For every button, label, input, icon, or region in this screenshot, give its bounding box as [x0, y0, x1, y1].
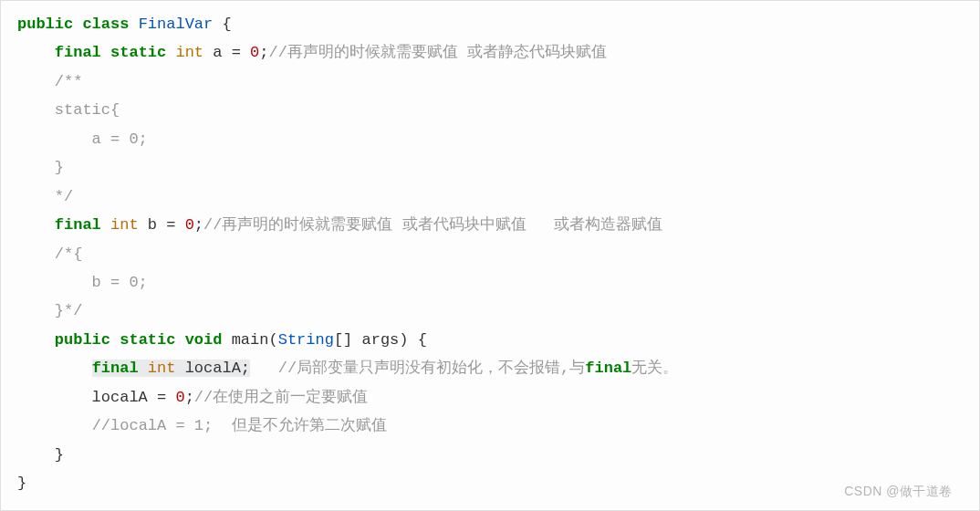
method-main: main( — [222, 331, 277, 349]
comment-text: //局部变量只声明没有初始化，不会报错,与 — [278, 360, 586, 377]
line-7: */ — [17, 188, 73, 205]
line-2: final static int a = 0;//再声明的时候就需要赋值 或者静… — [17, 44, 607, 61]
type-int: int — [148, 360, 176, 377]
keyword-public: public — [55, 331, 110, 349]
semicolon: ; — [194, 216, 203, 234]
indent — [17, 417, 92, 434]
number-literal: 0 — [185, 216, 194, 234]
line-4: static{ — [17, 101, 120, 119]
keyword-static: static — [120, 331, 175, 349]
indent — [17, 44, 55, 61]
comment: //再声明的时候就需要赋值 或者静态代码块赋值 — [268, 44, 607, 61]
var-a: a = — [203, 44, 250, 61]
line-11: }*/ — [17, 302, 82, 319]
line-16: } — [17, 446, 64, 464]
line-10: b = 0; — [17, 274, 148, 291]
comment: //再声明的时候就需要赋值 或者代码块中赋值 或者构造器赋值 — [203, 216, 662, 234]
line-6: } — [17, 159, 64, 176]
indent — [17, 360, 92, 377]
var-b: b = — [139, 216, 185, 234]
type-int: int — [175, 44, 203, 61]
number-literal: 0 — [250, 44, 259, 61]
comment: //在使用之前一定要赋值 — [194, 389, 368, 406]
keyword-class: class — [82, 16, 129, 33]
indent — [17, 331, 55, 349]
keyword-final: final — [92, 360, 139, 377]
line-1: public class FinalVar { — [17, 16, 232, 33]
code-block: public class FinalVar { final static int… — [0, 0, 980, 511]
line-15: //localA = 1; 但是不允许第二次赋值 — [17, 417, 387, 434]
number-literal: 0 — [175, 389, 184, 406]
line-3: /** — [17, 73, 82, 90]
comment-keyword: final — [585, 360, 631, 377]
keyword-final: final — [55, 216, 101, 234]
indent — [17, 216, 55, 234]
line-9: /*{ — [17, 245, 82, 263]
type-int: int — [110, 216, 139, 234]
class-string: String — [278, 331, 334, 349]
keyword-public: public — [17, 16, 73, 33]
params: [] args) { — [334, 331, 427, 349]
keyword-static: static — [110, 44, 166, 61]
keyword-void: void — [185, 331, 223, 349]
line-13: final int localA; //局部变量只声明没有初始化，不会报错,与f… — [17, 360, 678, 377]
assign-localA: localA = — [17, 389, 175, 406]
comment: //localA = 1; 但是不允许第二次赋值 — [92, 417, 387, 434]
comment: //局部变量只声明没有初始化，不会报错,与final无关。 — [278, 360, 679, 377]
var-localA: localA; — [175, 360, 250, 377]
keyword-final: final — [55, 44, 101, 61]
brace: { — [213, 16, 231, 33]
class-name: FinalVar — [139, 16, 214, 33]
line-14: localA = 0;//在使用之前一定要赋值 — [17, 389, 368, 406]
semicolon: ; — [185, 389, 194, 406]
gap — [250, 360, 278, 377]
line-8: final int b = 0;//再声明的时候就需要赋值 或者代码块中赋值 或… — [17, 216, 662, 234]
watermark: CSDN @做干道卷 — [844, 480, 953, 504]
line-12: public static void main(String[] args) { — [17, 331, 427, 349]
semicolon: ; — [259, 44, 268, 61]
line-5: a = 0; — [17, 130, 148, 148]
comment-text: 无关。 — [631, 360, 678, 377]
line-17: } — [17, 474, 26, 492]
